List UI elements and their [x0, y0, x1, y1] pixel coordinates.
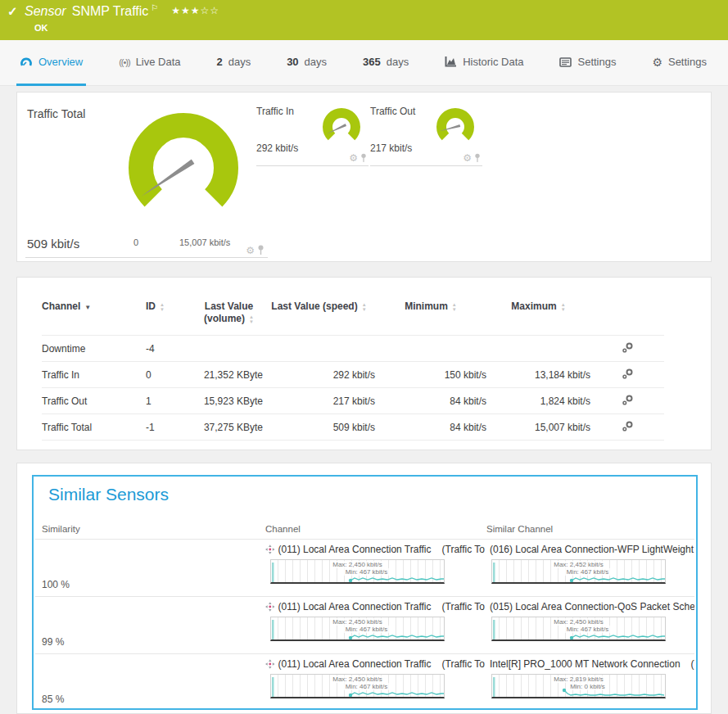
channel-crosshair-icon — [265, 602, 275, 612]
mini-graph: Max: 2,819 kbit/sMin: 0 kbit/s — [491, 674, 666, 698]
channel-link[interactable]: (011) Local Area Connection Traffic (Tra… — [265, 544, 485, 555]
settings-gear-icon: ⚙ — [652, 56, 662, 68]
similar-sensor-row: 100 % (011) Local Area Connection Traffi… — [35, 539, 694, 596]
mini-graph: Max: 2,450 kbit/sMin: 467 kbit/s — [270, 617, 445, 641]
similarity-value: 100 % — [42, 579, 70, 590]
graph-max-label: Max: 2,450 kbit/s — [331, 561, 383, 568]
similar-sensor-row: 99 % (011) Local Area Connection Traffic… — [35, 596, 694, 653]
gauge-settings-icon[interactable]: ⚙ — [463, 153, 472, 163]
sort-icon: ▲▼ — [160, 302, 165, 312]
edit-channel-icon[interactable] — [622, 368, 633, 379]
mini-graph: Max: 2,450 kbit/sMin: 467 kbit/s — [270, 559, 445, 584]
graph-max-label: Max: 2,819 kbit/s — [552, 676, 604, 683]
tab-overview[interactable]: Overview — [16, 40, 86, 86]
col-header-similarity: Similarity — [42, 524, 80, 534]
gauge-label: Traffic In — [256, 106, 294, 117]
similarity-value: 85 % — [42, 694, 64, 705]
tab-settings-label: Settings — [668, 56, 707, 68]
traffic-out-gauge — [430, 104, 481, 151]
col-header-id[interactable]: ID▲▼ — [146, 292, 195, 336]
gauge-scale-min: 0 — [133, 237, 138, 247]
graph-max-label: Max: 2,452 kbit/s — [552, 561, 604, 568]
col-header-maximum[interactable]: Maximum▲▼ — [486, 292, 590, 336]
channel-table-panel: Channel▼ ID▲▼ Last Value (volume)▲▼ Last… — [16, 277, 712, 450]
graph-min-label: Min: 467 kbit/s — [344, 683, 390, 690]
similarity-value: 99 % — [42, 636, 64, 648]
mini-graph: Max: 2,452 kbit/sMin: 467 kbit/s — [491, 559, 666, 584]
mini-graph: Max: 2,450 kbit/sMin: 467 kbit/s — [491, 617, 666, 641]
historic-chart-icon — [445, 56, 457, 67]
status-check-icon: ✓ — [7, 4, 18, 19]
gauge-value: 217 kbit/s — [370, 142, 412, 154]
col-header-last-value-volume[interactable]: Last Value (volume)▲▼ — [195, 292, 263, 336]
col-header-minimum[interactable]: Minimum▲▼ — [375, 292, 486, 336]
flag-icon[interactable]: ⚐ — [151, 3, 158, 12]
priority-stars[interactable]: ★★★☆☆ — [171, 5, 219, 16]
similar-sensors-panel: Similar Sensors Similarity Channel Simil… — [16, 463, 712, 714]
col-header-last-value-speed[interactable]: Last Value (speed)▲▼ — [263, 292, 375, 336]
status-badge: OK — [34, 23, 48, 33]
gauge-settings-icon[interactable]: ⚙ — [246, 246, 255, 255]
col-header-channel[interactable]: Channel▼ — [42, 292, 146, 336]
edit-channel-icon[interactable] — [622, 421, 633, 432]
graph-max-label: Max: 2,450 kbit/s — [331, 618, 383, 626]
pin-icon[interactable] — [360, 153, 367, 163]
channel-name[interactable]: Downtime — [42, 336, 146, 362]
edit-channel-icon[interactable] — [622, 395, 633, 405]
pin-icon[interactable] — [474, 153, 481, 163]
graph-min-label: Min: 467 kbit/s — [565, 626, 611, 633]
edit-channel-icon[interactable] — [622, 342, 633, 353]
gauge-label: Traffic Total — [27, 107, 85, 120]
sort-icon: ▲▼ — [452, 302, 457, 312]
similar-channel-link[interactable]: Intel[R] PRO_1000 MT Network Connection … — [486, 658, 694, 670]
tab-historic-data[interactable]: Historic Data — [441, 40, 527, 86]
table-row: Downtime -4 — [42, 336, 664, 362]
live-data-icon: ((•)) — [119, 57, 130, 67]
gauge-scale-max: 15,007 kbit/s — [179, 237, 230, 247]
traffic-in-gauge — [316, 104, 367, 151]
tab-settings[interactable]: ⚙ Settings Log Settings Settings — [649, 40, 710, 86]
gauge-value: 292 kbit/s — [256, 142, 298, 154]
graph-max-label: Max: 2,450 kbit/s — [552, 618, 604, 626]
gauge-icon — [20, 56, 33, 67]
graph-min-label: Min: 467 kbit/s — [344, 626, 390, 633]
channel-name[interactable]: Traffic In — [42, 362, 146, 388]
gauge-label: Traffic Out — [370, 106, 415, 117]
tab-2-days[interactable]: 2 days — [214, 40, 255, 86]
sensor-type-label: Sensor — [25, 4, 66, 18]
channel-crosshair-icon — [265, 659, 275, 669]
graph-min-label: Min: 0 kbit/s — [568, 683, 607, 690]
table-row: Traffic In 0 21,352 KByte 292 kbit/s 150… — [42, 362, 664, 388]
section-title: Similar Sensors — [48, 485, 169, 504]
similar-sensors-box: Similar Sensors Similarity Channel Simil… — [32, 475, 698, 710]
channel-name[interactable]: Traffic Out — [42, 388, 146, 414]
channel-link[interactable]: (011) Local Area Connection Traffic (Tra… — [265, 658, 485, 670]
sort-icon: ▲▼ — [249, 314, 254, 324]
channel-table: Channel▼ ID▲▼ Last Value (volume)▲▼ Last… — [42, 292, 664, 441]
gauge-settings-icon[interactable]: ⚙ — [349, 153, 358, 163]
tab-live-data[interactable]: ((•)) Live Data — [115, 40, 183, 86]
tab-30-days[interactable]: 30 days — [283, 40, 330, 86]
similar-channel-link[interactable]: (015) Local Area Connection-QoS Packet S… — [486, 601, 694, 612]
similar-channel-link[interactable]: (016) Local Area Connection-WFP LightWei… — [486, 544, 694, 555]
gauges-panel: Traffic Total 509 kbit/s 0 15,007 kbit/s… — [16, 92, 712, 262]
traffic-total-gauge-block: Traffic Total 509 kbit/s 0 15,007 kbit/s… — [25, 101, 268, 258]
traffic-out-gauge-block: Traffic Out 217 kbit/s ⚙ — [370, 104, 482, 166]
log-icon — [559, 57, 572, 67]
traffic-total-gauge — [114, 106, 253, 228]
sort-desc-icon: ▼ — [84, 304, 91, 311]
table-row: Traffic Out 1 15,923 KByte 217 kbit/s 84… — [42, 388, 664, 414]
channel-link[interactable]: (011) Local Area Connection Traffic (Tra… — [265, 601, 485, 612]
graph-min-label: Min: 467 kbit/s — [344, 568, 390, 576]
sensor-status-header: ✓ SensorSNMP Traffic⚐★★★☆☆ OK — [0, 0, 728, 40]
channel-name[interactable]: Traffic Total — [42, 414, 146, 441]
graph-max-label: Max: 2,450 kbit/s — [331, 676, 383, 683]
col-header-similar-channel: Similar Channel — [486, 524, 553, 534]
pin-icon[interactable] — [257, 245, 265, 255]
tab-log[interactable]: Settings — [556, 40, 619, 86]
graph-min-label: Min: 467 kbit/s — [565, 568, 611, 576]
tab-365-days[interactable]: 365 days — [359, 40, 412, 86]
traffic-in-gauge-block: Traffic In 292 kbit/s ⚙ — [256, 104, 369, 166]
mini-graph: Max: 2,450 kbit/sMin: 467 kbit/s — [270, 674, 445, 698]
table-row: Traffic Total -1 37,275 KByte 509 kbit/s… — [42, 414, 664, 441]
